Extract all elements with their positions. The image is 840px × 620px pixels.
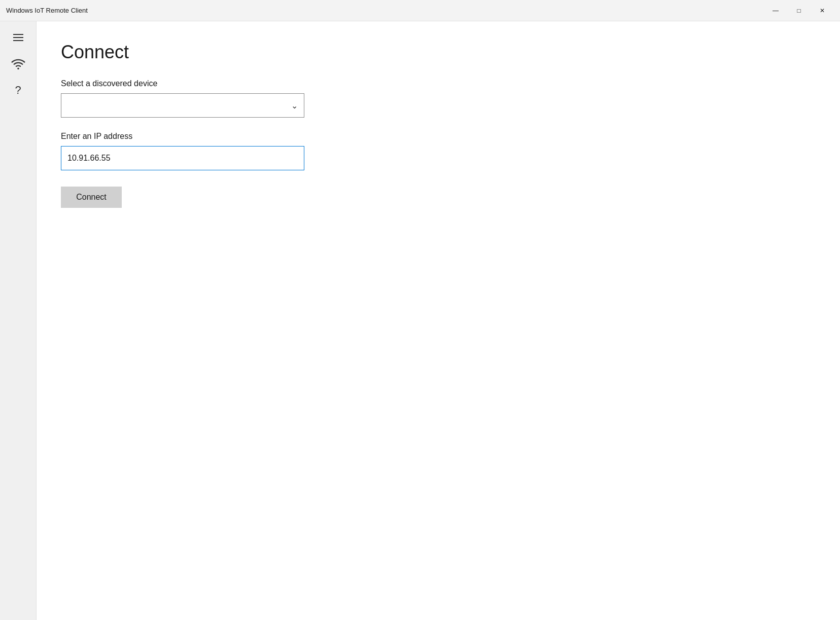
device-dropdown-label: Select a discovered device (61, 79, 325, 88)
title-bar: Windows IoT Remote Client — □ ✕ (0, 0, 840, 21)
main-content: Connect Select a discovered device ⌄ Ent… (37, 21, 840, 620)
connect-form: Select a discovered device ⌄ Enter an IP… (61, 79, 325, 208)
chevron-down-icon: ⌄ (291, 101, 298, 111)
hamburger-menu-button[interactable] (4, 25, 32, 50)
device-dropdown[interactable]: ⌄ (61, 93, 304, 118)
sidebar: ? (0, 21, 37, 620)
ip-field-label: Enter an IP address (61, 132, 325, 141)
question-mark-icon: ? (15, 84, 21, 97)
close-button[interactable]: ✕ (811, 3, 834, 19)
connect-button[interactable]: Connect (61, 187, 122, 208)
help-nav-button[interactable]: ? (4, 78, 32, 102)
hamburger-line-3 (13, 40, 23, 41)
hamburger-icon (13, 34, 23, 41)
hamburger-line-1 (13, 34, 23, 35)
app-title: Windows IoT Remote Client (6, 7, 88, 14)
page-title: Connect (61, 42, 816, 63)
ip-address-input[interactable] (61, 146, 304, 170)
minimize-button[interactable]: — (764, 3, 787, 19)
app-body: ? Connect Select a discovered device ⌄ E… (0, 21, 840, 620)
hamburger-line-2 (13, 37, 23, 38)
window-controls: — □ ✕ (764, 3, 834, 19)
maximize-button[interactable]: □ (787, 3, 811, 19)
wifi-icon (11, 57, 25, 71)
wifi-nav-button[interactable] (4, 52, 32, 76)
